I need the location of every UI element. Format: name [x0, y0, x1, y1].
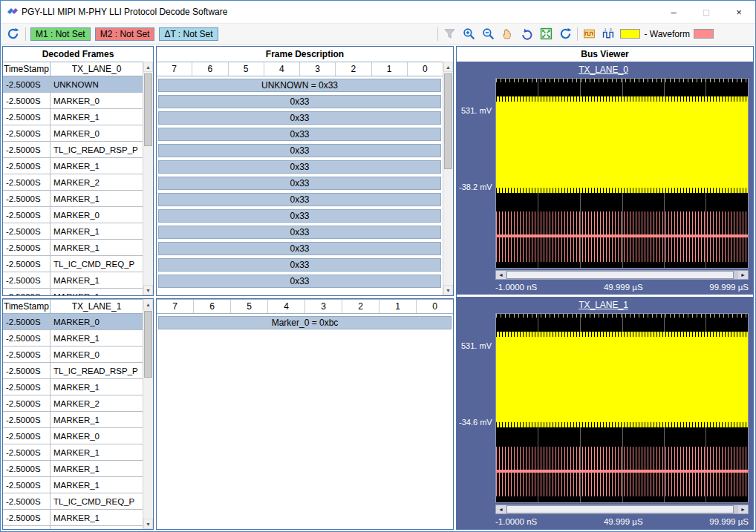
marker1-status: M1 : Not Set — [30, 27, 91, 41]
table-row[interactable]: -2.5000SMARKER_2 — [3, 395, 143, 412]
fit-screen-icon[interactable] — [538, 26, 554, 42]
frame-bytes-list: Marker_0 = 0xbc — [157, 314, 453, 529]
digital-signal-icon[interactable]: 10 — [601, 26, 616, 42]
waveform-pink-band — [496, 211, 748, 261]
table-row[interactable]: -2.5000SMARKER_0 — [3, 347, 143, 363]
voltage-axis: 531. mV -38.2 mV — [458, 78, 495, 269]
bit-header-cell: 6 — [194, 300, 231, 313]
frame-cell: MARKER_1 — [50, 526, 143, 529]
horizontal-scrollbar[interactable]: ◄ ► — [495, 270, 749, 280]
scroll-down-icon[interactable]: ▼ — [143, 519, 153, 529]
scroll-up-icon[interactable]: ▲ — [143, 299, 153, 309]
voltage-min-label: -34.6 mV — [459, 418, 492, 427]
table-row[interactable]: -2.5000STL_IC_CMD_REQ_P — [3, 493, 143, 510]
scroll-left-icon[interactable]: ◄ — [496, 505, 506, 513]
timestamp-cell: -2.5000S — [3, 347, 50, 362]
frame-byte-row: 0x33 — [158, 258, 441, 272]
timestamp-cell: -2.5000S — [3, 109, 50, 125]
timestamp-cell: -2.5000S — [3, 363, 50, 378]
frame-cell: MARKER_0 — [50, 347, 143, 362]
maximize-button[interactable]: □ — [690, 1, 723, 23]
timestamp-cell: -2.5000S — [3, 272, 50, 288]
bus-viewer-body: TX_LANE_0 531. mV -38.2 mV — [457, 62, 753, 529]
table-row[interactable]: -2.5000SUNKNOWN — [3, 76, 143, 93]
table-row[interactable]: -2.5000SMARKER_1 — [3, 272, 143, 289]
table-row[interactable]: -2.5000SMARKER_0 — [3, 93, 143, 109]
table-row[interactable]: -2.5000SMARKER_1 — [3, 461, 143, 477]
bit-header-cell: 4 — [268, 300, 305, 313]
decoded-frames-title: Decoded Frames — [3, 47, 153, 62]
table-row[interactable]: -2.5000SMARKER_1 — [3, 289, 143, 295]
undo-icon[interactable] — [519, 26, 535, 42]
table-row[interactable]: -2.5000SMARKER_1 — [3, 379, 143, 395]
table-row[interactable]: -2.5000SMARKER_2 — [3, 174, 143, 191]
top-tick-marks — [496, 314, 748, 318]
scrollbar-thumb[interactable] — [144, 311, 152, 378]
decoded-frames-lane1-box: TimeStamp TX_LANE_1 -2.5000SMARKER_0-2.5… — [2, 298, 154, 530]
window-title: PGY-LLI MIPI M-PHY LLI Protocol Decode S… — [22, 7, 657, 17]
table-row[interactable]: -2.5000STL_IC_READ_RSP_P — [3, 363, 143, 379]
frame-cell: MARKER_2 — [50, 174, 143, 190]
table-row[interactable]: -2.5000SMARKER_0 — [3, 314, 143, 330]
lane0-label-link[interactable]: TX_LANE_0 — [458, 65, 749, 76]
scroll-down-icon[interactable]: ▼ — [143, 285, 153, 295]
waveform-plot[interactable] — [495, 313, 749, 504]
bit-header-cell: 7 — [157, 300, 194, 313]
waveform-plot[interactable] — [495, 78, 749, 269]
app-window: PGY-LLI MIPI M-PHY LLI Protocol Decode S… — [0, 0, 756, 532]
scrollbar-thumb[interactable] — [144, 73, 152, 146]
bit-header-cell: 6 — [192, 62, 228, 76]
frame-byte-row: 0x33 — [158, 242, 441, 255]
vertical-scrollbar[interactable]: ▲ ▼ — [143, 299, 153, 529]
pan-hand-icon[interactable] — [500, 26, 515, 42]
timestamp-cell: -2.5000S — [3, 395, 50, 411]
table-row[interactable]: -2.5000SMARKER_0 — [3, 428, 143, 444]
frame-cell: MARKER_0 — [50, 125, 143, 141]
zoom-out-icon[interactable] — [480, 26, 496, 42]
lane1-label-link[interactable]: TX_LANE_1 — [458, 300, 749, 312]
timestamp-cell: -2.5000S — [3, 330, 50, 346]
timestamp-cell: -2.5000S — [3, 142, 50, 157]
horizontal-scrollbar[interactable]: ◄ ► — [495, 505, 749, 514]
filter-icon[interactable] — [442, 26, 457, 42]
table-row[interactable]: -2.5000SMARKER_1 — [3, 330, 143, 347]
scroll-up-icon[interactable]: ▲ — [443, 62, 453, 72]
timestamp-column-header: TimeStamp — [3, 300, 50, 313]
scroll-left-icon[interactable]: ◄ — [496, 271, 506, 279]
scroll-right-icon[interactable]: ► — [738, 505, 748, 513]
scroll-down-icon[interactable]: ▼ — [443, 285, 453, 295]
bit-header-row: 76543210 — [157, 62, 443, 76]
table-row[interactable]: -2.5000SMARKER_0 — [3, 207, 143, 223]
bus-config-icon[interactable] — [581, 26, 597, 42]
table-row[interactable]: -2.5000SMARKER_1 — [3, 412, 143, 428]
scroll-up-icon[interactable]: ▲ — [143, 62, 153, 72]
vertical-scrollbar[interactable]: ▲ ▼ — [443, 62, 453, 295]
frame-cell: UNKNOWN — [50, 76, 143, 92]
scroll-right-icon[interactable]: ► — [738, 271, 748, 279]
scrollbar-thumb[interactable] — [444, 73, 452, 169]
toolbar-right-group: 10 - Waveform — [437, 26, 751, 42]
table-row[interactable]: -2.5000STL_IC_CMD_REQ_P — [3, 256, 143, 272]
scrollbar-thumb[interactable] — [506, 271, 734, 279]
vertical-scrollbar[interactable]: ▲ ▼ — [143, 62, 153, 295]
frame-cell: MARKER_0 — [50, 207, 143, 223]
table-row[interactable]: -2.5000SMARKER_1 — [3, 109, 143, 125]
table-row[interactable]: -2.5000STL_IC_READ_RSP_P — [3, 142, 143, 158]
table-row[interactable]: -2.5000SMARKER_1 — [3, 510, 143, 526]
close-button[interactable]: × — [723, 1, 755, 23]
table-row[interactable]: -2.5000SMARKER_1 — [3, 191, 143, 207]
table-row[interactable]: -2.5000SMARKER_1 — [3, 223, 143, 240]
table-row[interactable]: -2.5000SMARKER_1 — [3, 240, 143, 256]
table-row[interactable]: -2.5000SMARKER_1 — [3, 158, 143, 174]
frame-byte-row: 0x33 — [158, 144, 441, 157]
minimize-button[interactable]: – — [657, 1, 690, 23]
table-row[interactable]: -2.5000SMARKER_1 — [3, 526, 143, 529]
table-row[interactable]: -2.5000SMARKER_1 — [3, 444, 143, 461]
refresh-icon[interactable] — [558, 26, 573, 42]
time-start-label: -1.0000 nS — [495, 283, 537, 292]
zoom-in-icon[interactable] — [461, 26, 477, 42]
table-row[interactable]: -2.5000SMARKER_0 — [3, 125, 143, 142]
table-row[interactable]: -2.5000SMARKER_1 — [3, 477, 143, 493]
scrollbar-thumb[interactable] — [506, 505, 734, 513]
sync-icon[interactable] — [5, 26, 21, 42]
